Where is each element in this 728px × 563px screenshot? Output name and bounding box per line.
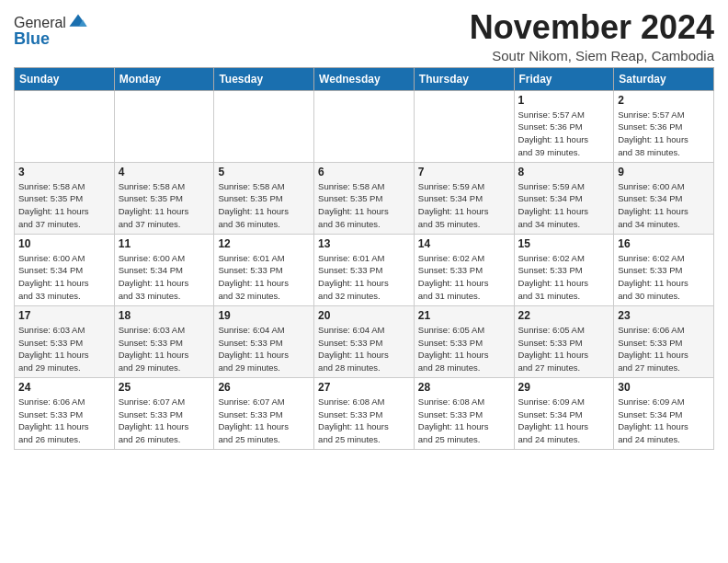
day-info: Sunrise: 6:07 AM Sunset: 5:33 PM Dayligh…: [119, 396, 210, 446]
day-number: 25: [119, 381, 210, 394]
calendar-week-row: 24Sunrise: 6:06 AM Sunset: 5:33 PM Dayli…: [15, 377, 714, 449]
calendar-cell: 6Sunrise: 5:58 AM Sunset: 5:35 PM Daylig…: [314, 162, 415, 234]
calendar-cell: 1Sunrise: 5:57 AM Sunset: 5:36 PM Daylig…: [514, 90, 614, 162]
calendar-cell: 30Sunrise: 6:09 AM Sunset: 5:34 PM Dayli…: [614, 377, 714, 449]
day-number: 17: [18, 309, 110, 322]
day-number: 26: [218, 381, 310, 394]
calendar-cell: 27Sunrise: 6:08 AM Sunset: 5:33 PM Dayli…: [314, 377, 415, 449]
weekday-header: Saturday: [614, 67, 714, 90]
calendar-cell: 13Sunrise: 6:01 AM Sunset: 5:33 PM Dayli…: [314, 234, 415, 305]
calendar-cell: 21Sunrise: 6:05 AM Sunset: 5:33 PM Dayli…: [414, 305, 514, 377]
day-info: Sunrise: 6:06 AM Sunset: 5:33 PM Dayligh…: [18, 396, 110, 446]
calendar-week-row: 17Sunrise: 6:03 AM Sunset: 5:33 PM Dayli…: [15, 305, 714, 377]
calendar-cell: 29Sunrise: 6:09 AM Sunset: 5:34 PM Dayli…: [514, 377, 614, 449]
day-info: Sunrise: 5:58 AM Sunset: 5:35 PM Dayligh…: [218, 180, 310, 231]
day-number: 1: [518, 94, 610, 107]
day-number: 13: [318, 237, 410, 250]
day-info: Sunrise: 6:04 AM Sunset: 5:33 PM Dayligh…: [218, 324, 310, 374]
day-info: Sunrise: 6:02 AM Sunset: 5:33 PM Dayligh…: [418, 252, 510, 303]
day-info: Sunrise: 6:02 AM Sunset: 5:33 PM Dayligh…: [618, 252, 710, 303]
weekday-header: Monday: [114, 67, 214, 90]
day-info: Sunrise: 6:05 AM Sunset: 5:33 PM Dayligh…: [518, 324, 610, 374]
calendar-cell: 11Sunrise: 6:00 AM Sunset: 5:34 PM Dayli…: [114, 234, 214, 305]
title-block: November 2024 Soutr Nikom, Siem Reap, Ca…: [470, 9, 714, 63]
calendar-table: SundayMondayTuesdayWednesdayThursdayFrid…: [14, 67, 714, 450]
day-info: Sunrise: 5:59 AM Sunset: 5:34 PM Dayligh…: [518, 180, 610, 231]
weekday-header: Thursday: [414, 67, 514, 90]
calendar-cell: 19Sunrise: 6:04 AM Sunset: 5:33 PM Dayli…: [214, 305, 314, 377]
calendar-cell: 25Sunrise: 6:07 AM Sunset: 5:33 PM Dayli…: [114, 377, 214, 449]
day-number: 18: [119, 309, 210, 322]
day-info: Sunrise: 6:07 AM Sunset: 5:33 PM Dayligh…: [218, 396, 310, 446]
day-info: Sunrise: 5:57 AM Sunset: 5:36 PM Dayligh…: [518, 109, 610, 159]
weekday-header: Friday: [514, 67, 614, 90]
calendar-cell: 2Sunrise: 5:57 AM Sunset: 5:36 PM Daylig…: [614, 90, 714, 162]
day-number: 21: [418, 309, 510, 322]
calendar-cell: 24Sunrise: 6:06 AM Sunset: 5:33 PM Dayli…: [15, 377, 115, 449]
day-info: Sunrise: 5:59 AM Sunset: 5:34 PM Dayligh…: [418, 180, 510, 231]
weekday-header: Wednesday: [314, 67, 415, 90]
day-number: 20: [318, 309, 410, 322]
day-number: 15: [518, 237, 610, 250]
day-info: Sunrise: 6:06 AM Sunset: 5:33 PM Dayligh…: [618, 324, 710, 374]
calendar-cell: 12Sunrise: 6:01 AM Sunset: 5:33 PM Dayli…: [214, 234, 314, 305]
day-info: Sunrise: 6:01 AM Sunset: 5:33 PM Dayligh…: [218, 252, 310, 303]
day-number: 10: [18, 237, 110, 250]
calendar-cell: 10Sunrise: 6:00 AM Sunset: 5:34 PM Dayli…: [15, 234, 115, 305]
day-number: 7: [418, 166, 510, 178]
logo: General Blue: [14, 13, 88, 49]
day-number: 24: [18, 381, 110, 394]
day-number: 5: [218, 166, 310, 178]
day-info: Sunrise: 6:00 AM Sunset: 5:34 PM Dayligh…: [18, 252, 110, 303]
day-info: Sunrise: 6:08 AM Sunset: 5:33 PM Dayligh…: [318, 396, 410, 446]
weekday-header-row: SundayMondayTuesdayWednesdayThursdayFrid…: [15, 67, 714, 90]
day-number: 11: [119, 237, 210, 250]
calendar-week-row: 1Sunrise: 5:57 AM Sunset: 5:36 PM Daylig…: [15, 90, 714, 162]
day-info: Sunrise: 6:03 AM Sunset: 5:33 PM Dayligh…: [119, 324, 210, 374]
day-info: Sunrise: 5:58 AM Sunset: 5:35 PM Dayligh…: [18, 180, 110, 231]
calendar-cell: 9Sunrise: 6:00 AM Sunset: 5:34 PM Daylig…: [614, 162, 714, 234]
calendar-cell: 18Sunrise: 6:03 AM Sunset: 5:33 PM Dayli…: [114, 305, 214, 377]
day-number: 4: [119, 166, 210, 178]
weekday-header: Tuesday: [214, 67, 314, 90]
calendar-cell: 7Sunrise: 5:59 AM Sunset: 5:34 PM Daylig…: [414, 162, 514, 234]
day-info: Sunrise: 6:01 AM Sunset: 5:33 PM Dayligh…: [318, 252, 410, 303]
calendar-cell: 17Sunrise: 6:03 AM Sunset: 5:33 PM Dayli…: [15, 305, 115, 377]
calendar-cell: [114, 90, 214, 162]
location-subtitle: Soutr Nikom, Siem Reap, Cambodia: [470, 48, 714, 63]
day-info: Sunrise: 6:00 AM Sunset: 5:34 PM Dayligh…: [119, 252, 210, 303]
month-title: November 2024: [470, 9, 714, 46]
calendar-cell: [314, 90, 415, 162]
day-info: Sunrise: 5:58 AM Sunset: 5:35 PM Dayligh…: [318, 180, 410, 231]
calendar-cell: 20Sunrise: 6:04 AM Sunset: 5:33 PM Dayli…: [314, 305, 415, 377]
logo-icon: [68, 13, 88, 33]
day-info: Sunrise: 6:02 AM Sunset: 5:33 PM Dayligh…: [518, 252, 610, 303]
calendar-week-row: 10Sunrise: 6:00 AM Sunset: 5:34 PM Dayli…: [15, 234, 714, 305]
day-number: 23: [618, 309, 710, 322]
day-number: 28: [418, 381, 510, 394]
calendar-cell: 28Sunrise: 6:08 AM Sunset: 5:33 PM Dayli…: [414, 377, 514, 449]
calendar-cell: [414, 90, 514, 162]
calendar-cell: 5Sunrise: 5:58 AM Sunset: 5:35 PM Daylig…: [214, 162, 314, 234]
day-number: 29: [518, 381, 610, 394]
day-info: Sunrise: 6:05 AM Sunset: 5:33 PM Dayligh…: [418, 324, 510, 374]
page-container: General Blue November 2024 Soutr Nikom, …: [0, 0, 728, 454]
calendar-cell: [214, 90, 314, 162]
day-info: Sunrise: 6:00 AM Sunset: 5:34 PM Dayligh…: [618, 180, 710, 231]
day-info: Sunrise: 5:58 AM Sunset: 5:35 PM Dayligh…: [119, 180, 210, 231]
day-number: 12: [218, 237, 310, 250]
day-info: Sunrise: 6:03 AM Sunset: 5:33 PM Dayligh…: [18, 324, 110, 374]
calendar-cell: 16Sunrise: 6:02 AM Sunset: 5:33 PM Dayli…: [614, 234, 714, 305]
day-info: Sunrise: 6:09 AM Sunset: 5:34 PM Dayligh…: [618, 396, 710, 446]
calendar-cell: 4Sunrise: 5:58 AM Sunset: 5:35 PM Daylig…: [114, 162, 214, 234]
day-info: Sunrise: 6:09 AM Sunset: 5:34 PM Dayligh…: [518, 396, 610, 446]
day-number: 30: [618, 381, 710, 394]
header-row: General Blue November 2024 Soutr Nikom, …: [14, 9, 714, 63]
calendar-cell: 14Sunrise: 6:02 AM Sunset: 5:33 PM Dayli…: [414, 234, 514, 305]
day-number: 19: [218, 309, 310, 322]
day-number: 2: [618, 94, 710, 107]
day-info: Sunrise: 6:08 AM Sunset: 5:33 PM Dayligh…: [418, 396, 510, 446]
weekday-header: Sunday: [15, 67, 115, 90]
day-number: 9: [618, 166, 710, 178]
calendar-cell: 8Sunrise: 5:59 AM Sunset: 5:34 PM Daylig…: [514, 162, 614, 234]
